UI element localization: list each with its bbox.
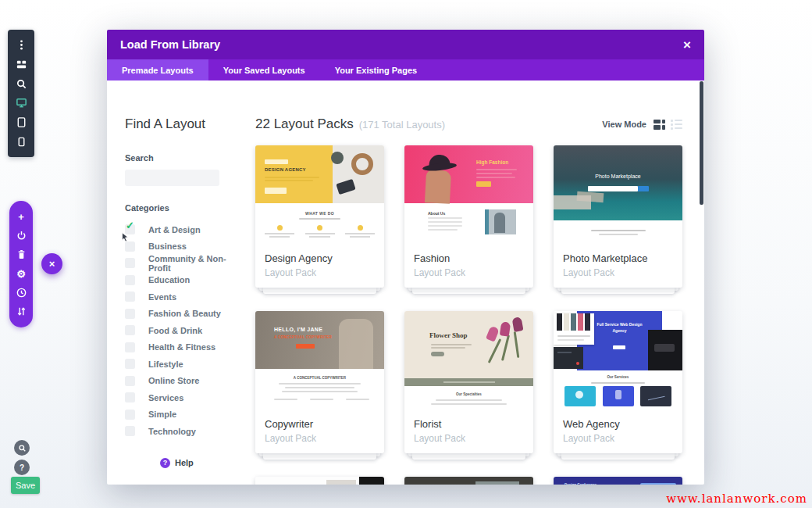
layout-card-interior-design[interactable]: Elegance in Interior Design [255, 477, 384, 485]
checkbox[interactable] [125, 292, 135, 302]
tab-your-saved-layouts[interactable]: Your Saved Layouts [208, 59, 320, 80]
builder-toolbar-purple: + ⚙ [9, 201, 33, 327]
close-builder-button[interactable]: × [41, 253, 62, 274]
results-title: 22 Layout Packs [255, 116, 354, 132]
category-list: ✓ Art & Design Business Community & Non-… [125, 221, 238, 440]
category-business[interactable]: Business [125, 238, 238, 256]
thumbnail-photo-marketplace: Photo Marketplace [554, 145, 682, 245]
more-options-icon[interactable] [15, 38, 27, 51]
layout-card-photo-marketplace[interactable]: Photo Marketplace Photo Marketplace Layo… [554, 145, 682, 288]
zoom-view-icon[interactable] [15, 77, 27, 90]
layout-card-web-agency[interactable]: Full Service Web Design Agency [554, 311, 682, 453]
wireframe-view-icon[interactable] [15, 58, 27, 70]
tab-your-existing-pages[interactable]: Your Existing Pages [320, 59, 433, 80]
card-title: Florist [414, 418, 524, 430]
checkbox[interactable] [125, 258, 135, 268]
layout-card-copywriter[interactable]: HELLO, I'M JANE A CONCEPTUAL COPYWRITER … [255, 311, 384, 453]
thumbnail-florist: Flower Shop [404, 311, 533, 411]
layout-card-florist[interactable]: Flower Shop [404, 311, 533, 453]
thumbnail-interior-design: Elegance in Interior Design [255, 477, 384, 485]
checkbox[interactable] [125, 309, 135, 319]
card-title: Design Agency [265, 252, 375, 264]
card-type: Layout Pack [414, 433, 524, 444]
checkbox[interactable] [125, 325, 135, 335]
thumbnail-design-conference: Design Conference [554, 477, 682, 485]
save-button[interactable]: Save [11, 477, 40, 494]
category-food-drink[interactable]: Food & Drink [125, 322, 238, 339]
card-type: Layout Pack [563, 433, 673, 444]
load-from-library-modal: Load From Library × Premade Layouts Your… [107, 30, 704, 485]
checkbox[interactable] [125, 342, 135, 352]
layout-pack-grid: DESIGN AGENCY WHAT WE DO [255, 145, 682, 485]
layout-filter-sidebar: Find A Layout Search Categories ✓ Art & … [107, 80, 238, 485]
search-label: Search [125, 153, 238, 163]
layout-card-design-agency[interactable]: DESIGN AGENCY WHAT WE DO [255, 145, 384, 288]
grid-view-icon[interactable] [654, 120, 665, 130]
results-count: (171 Total Layouts) [359, 119, 445, 131]
list-view-icon[interactable] [671, 120, 682, 130]
portability-icon[interactable] [15, 229, 27, 241]
category-lifestyle[interactable]: Lifestyle [125, 356, 238, 373]
card-type: Layout Pack [265, 433, 375, 444]
thumbnail-fashion: High Fashion About Us [404, 145, 533, 245]
layout-results-panel: 22 Layout Packs (171 Total Layouts) View… [238, 80, 704, 485]
page-help-button[interactable]: ? [14, 460, 30, 475]
watermark: www.lanlanwork.com [666, 492, 807, 506]
thumbnail-design-agency: DESIGN AGENCY WHAT WE DO [255, 145, 384, 245]
checkbox[interactable] [125, 376, 135, 386]
settings-gear-icon[interactable]: ⚙ [15, 267, 27, 280]
help-icon: ? [160, 458, 170, 468]
category-online-store[interactable]: Online Store [125, 373, 238, 390]
checkmark-icon: ✓ [126, 220, 134, 231]
category-events[interactable]: Events [125, 288, 238, 306]
builder-toolbar-dark [8, 30, 34, 157]
category-health-fitness[interactable]: Health & Fitness [125, 339, 238, 356]
search-input[interactable] [125, 170, 219, 186]
card-title: Web Agency [563, 418, 673, 430]
help-link[interactable]: ? Help [160, 458, 238, 468]
page-zoom-button[interactable] [14, 440, 30, 456]
layout-card-design-conference[interactable]: Design Conference [554, 477, 682, 485]
modal-title: Load From Library [120, 38, 683, 51]
card-title: Photo Marketplace [563, 252, 673, 264]
sidebar-heading: Find A Layout [125, 116, 238, 132]
checkbox[interactable] [125, 241, 135, 252]
close-icon[interactable]: × [683, 38, 691, 52]
sort-arrows-icon[interactable] [15, 306, 27, 318]
tablet-view-icon[interactable] [15, 116, 27, 129]
thumbnail-pottery-studio: Pottery Studio [404, 477, 533, 485]
modal-tabs: Premade Layouts Your Saved Layouts Your … [107, 59, 704, 80]
checkbox[interactable] [125, 410, 135, 420]
results-header: 22 Layout Packs (171 Total Layouts) View… [255, 116, 682, 132]
category-simple[interactable]: Simple [125, 406, 238, 424]
card-title: Fashion [414, 252, 524, 264]
category-services[interactable]: Services [125, 389, 238, 406]
category-fashion-beauty[interactable]: Fashion & Beauty [125, 306, 238, 323]
checkbox[interactable] [125, 392, 135, 402]
categories-label: Categories [125, 203, 238, 213]
checkbox-checked[interactable]: ✓ [125, 224, 135, 234]
layout-card-fashion[interactable]: High Fashion About Us [404, 145, 533, 288]
card-type: Layout Pack [563, 267, 673, 278]
checkbox[interactable] [125, 359, 135, 369]
phone-view-icon[interactable] [15, 136, 27, 148]
category-community-non-profit[interactable]: Community & Non-Profit [125, 255, 238, 272]
modal-header: Load From Library × [107, 30, 704, 59]
category-education[interactable]: Education [125, 272, 238, 289]
card-type: Layout Pack [414, 267, 524, 278]
tab-premade-layouts[interactable]: Premade Layouts [107, 59, 208, 80]
thumbnail-copywriter: HELLO, I'M JANE A CONCEPTUAL COPYWRITER … [255, 311, 384, 411]
category-art-design[interactable]: ✓ Art & Design [125, 221, 238, 238]
checkbox[interactable] [125, 275, 135, 285]
layout-card-pottery-studio[interactable]: Pottery Studio [404, 477, 533, 485]
modal-scrollbar[interactable] [700, 81, 703, 205]
card-title: Copywriter [265, 418, 375, 430]
desktop-view-icon[interactable] [15, 97, 27, 109]
trash-icon[interactable] [15, 249, 27, 261]
checkbox[interactable] [125, 426, 135, 436]
category-technology[interactable]: Technology [125, 423, 238, 440]
history-clock-icon[interactable] [15, 286, 27, 299]
view-mode-label: View Mode [602, 120, 646, 129]
thumbnail-web-agency: Full Service Web Design Agency [554, 311, 682, 411]
add-icon[interactable]: + [15, 210, 27, 223]
